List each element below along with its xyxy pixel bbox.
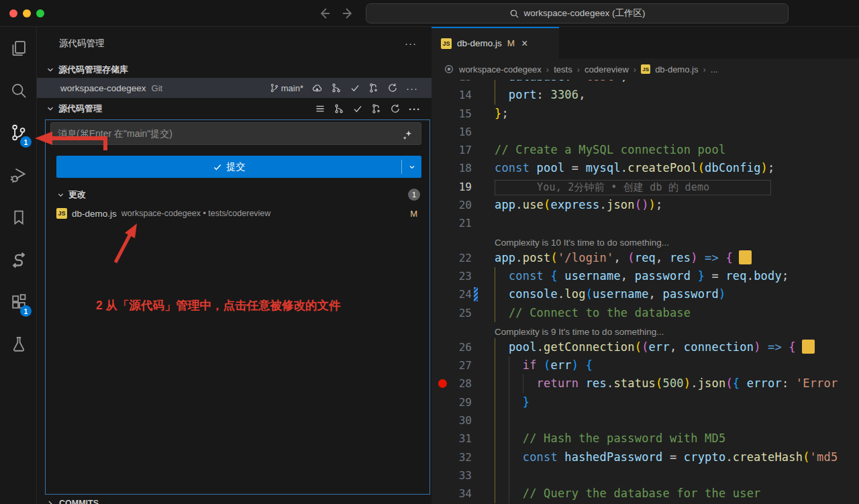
repository-row[interactable]: workspace-codegeex Git main* ··· xyxy=(37,78,432,98)
commit-dropdown-button[interactable] xyxy=(402,163,421,171)
gutter[interactable]: 22 xyxy=(432,249,495,267)
code-line-29[interactable]: 29 } xyxy=(432,393,859,411)
code-line-26[interactable]: 26 pool.getConnection((err, connection) … xyxy=(432,338,859,356)
testing-flask-icon[interactable] xyxy=(0,323,37,365)
gutter[interactable]: 29 xyxy=(432,393,495,411)
commit-check-icon[interactable] xyxy=(352,103,363,114)
code-line-22[interactable]: 22app.post('/login', (req, res) => { xyxy=(432,249,859,267)
commit-check-icon[interactable] xyxy=(350,83,360,93)
close-tab-icon[interactable]: × xyxy=(521,38,527,50)
code-editor[interactable]: 13 database: 'test',14 port: 3306,15};16… xyxy=(432,80,859,504)
gutter[interactable]: 33 xyxy=(432,466,495,485)
gutter[interactable] xyxy=(432,322,495,338)
gutter[interactable]: 28 xyxy=(432,374,495,393)
changes-section-header[interactable]: 更改 1 xyxy=(46,186,430,203)
minimize-window-button[interactable] xyxy=(23,9,31,17)
gutter[interactable]: 32 xyxy=(432,448,495,466)
commit-button[interactable]: 提交 xyxy=(56,156,421,178)
tab-db-demo[interactable]: JS db-demo.js M × xyxy=(432,27,559,58)
gutter[interactable]: 17 xyxy=(432,141,495,159)
code-line-25[interactable]: 25 // Connect to the database xyxy=(432,304,859,322)
bookmarks-icon[interactable] xyxy=(0,196,37,238)
source-control-icon[interactable]: 1 xyxy=(0,111,37,154)
gutter[interactable]: 15 xyxy=(432,105,495,123)
breadcrumb-item[interactable]: tests xyxy=(554,64,572,74)
gutter[interactable]: 25 xyxy=(432,304,495,322)
changed-file-row[interactable]: JS db-demo.js workspace-codegeex • tests… xyxy=(46,203,430,223)
code-line-18[interactable]: 18const pool = mysql.createPool(dbConfig… xyxy=(432,159,859,177)
inline-suggestion-icon[interactable] xyxy=(802,340,815,354)
gutter[interactable]: 20 xyxy=(432,196,495,214)
gutter[interactable]: 23 xyxy=(432,267,495,285)
generate-commit-sparkle-icon[interactable] xyxy=(402,130,413,141)
breadcrumb-item[interactable]: workspace-codegeex xyxy=(459,64,542,74)
gutter[interactable]: 31 xyxy=(432,430,495,448)
view-as-list-icon[interactable] xyxy=(315,103,325,114)
breakpoint-icon[interactable] xyxy=(438,379,447,388)
gutter[interactable]: 19 xyxy=(432,178,495,196)
checkout-branch-button[interactable]: main* xyxy=(270,83,303,93)
maximize-window-button[interactable] xyxy=(36,9,44,17)
code-line-16[interactable]: 16 xyxy=(432,123,859,141)
publish-cloud-icon[interactable] xyxy=(311,83,323,94)
create-pull-request-icon[interactable] xyxy=(368,83,379,93)
code-line-14[interactable]: 14 port: 3306, xyxy=(432,86,859,104)
breadcrumb-item[interactable]: codereview xyxy=(585,64,629,74)
command-center-search[interactable]: workspace-codegeex (工作区) xyxy=(366,3,789,23)
code-line-23[interactable]: 23 const { username, password } = req.bo… xyxy=(432,267,859,285)
code-line-13[interactable]: 13 database: 'test', xyxy=(432,80,859,86)
code-line-15[interactable]: 15}; xyxy=(432,105,859,123)
gutter[interactable]: 18 xyxy=(432,159,495,177)
codelens-row[interactable]: Complexity is 9 It's time to do somethin… xyxy=(432,322,859,338)
git-graph-icon[interactable] xyxy=(334,103,344,114)
codelens-row[interactable]: Complexity is 10 It's time to do somethi… xyxy=(432,233,859,249)
code-line-21[interactable]: 21 xyxy=(432,214,859,232)
repositories-section-header[interactable]: 源代码管理存储库 xyxy=(37,62,432,78)
gutter[interactable]: 34 xyxy=(432,485,495,503)
scm-section-header[interactable]: 源代码管理 ··· xyxy=(37,99,432,118)
breadcrumb-item[interactable]: ... xyxy=(711,64,718,74)
code-line-20[interactable]: 20app.use(express.json()); xyxy=(432,196,859,214)
gutter[interactable]: 16 xyxy=(432,123,495,141)
code-line-34[interactable]: 34 // Query the database for the user xyxy=(432,485,859,503)
gutter[interactable]: 13 xyxy=(432,80,495,86)
create-pull-request-icon[interactable] xyxy=(371,103,382,114)
code-line-19[interactable]: 19You, 2分钟前 • 创建 db 的 demo xyxy=(432,178,859,196)
code-line-31[interactable]: 31 // Hash the password with MD5 xyxy=(432,430,859,448)
close-window-button[interactable] xyxy=(9,9,17,17)
codelens-text[interactable]: Complexity is 10 It's time to do somethi… xyxy=(495,238,669,248)
code-line-17[interactable]: 17// Create a MySQL connection pool xyxy=(432,141,859,159)
code-line-30[interactable]: 30 xyxy=(432,411,859,430)
navigate-back-icon[interactable] xyxy=(317,5,333,21)
inline-suggestion-icon[interactable] xyxy=(739,250,752,264)
commit-message-input[interactable] xyxy=(50,122,421,145)
code-line-33[interactable]: 33 xyxy=(432,466,859,485)
gutter[interactable]: 27 xyxy=(432,356,495,374)
sidebar-more-actions[interactable]: ··· xyxy=(405,38,417,49)
gutter[interactable]: 24 xyxy=(432,285,495,303)
refresh-icon[interactable] xyxy=(387,83,398,93)
scm-badge: 1 xyxy=(20,136,32,148)
gutter[interactable]: 26 xyxy=(432,338,495,356)
breadcrumb-item[interactable]: db-demo.js xyxy=(655,64,698,74)
gutter[interactable]: 30 xyxy=(432,411,495,430)
gutter[interactable]: 14 xyxy=(432,86,495,104)
codelens-text[interactable]: Complexity is 9 It's time to do somethin… xyxy=(495,327,664,337)
navigate-forward-icon[interactable] xyxy=(340,5,356,21)
scm-more-actions[interactable]: ··· xyxy=(409,103,421,115)
code-line-27[interactable]: 27 if (err) { xyxy=(432,356,859,374)
gutter[interactable] xyxy=(432,233,495,249)
run-debug-icon[interactable] xyxy=(0,154,37,196)
code-line-28[interactable]: 28 return res.status(500).json({ error: … xyxy=(432,374,859,393)
refresh-icon[interactable] xyxy=(390,103,401,114)
extensions-icon[interactable]: 1 xyxy=(0,281,37,323)
git-graph-icon[interactable] xyxy=(331,83,342,93)
repo-more-actions[interactable]: ··· xyxy=(406,83,418,94)
explorer-icon[interactable] xyxy=(0,27,37,69)
search-sidebar-icon[interactable] xyxy=(0,69,37,111)
codegeex-icon[interactable] xyxy=(0,238,37,281)
code-line-24[interactable]: 24 console.log(username, password) xyxy=(432,285,859,303)
code-line-32[interactable]: 32 const hashedPassword = crypto.createH… xyxy=(432,448,859,466)
gutter[interactable]: 21 xyxy=(432,214,495,232)
commits-section-header[interactable]: COMMITS xyxy=(37,496,432,504)
